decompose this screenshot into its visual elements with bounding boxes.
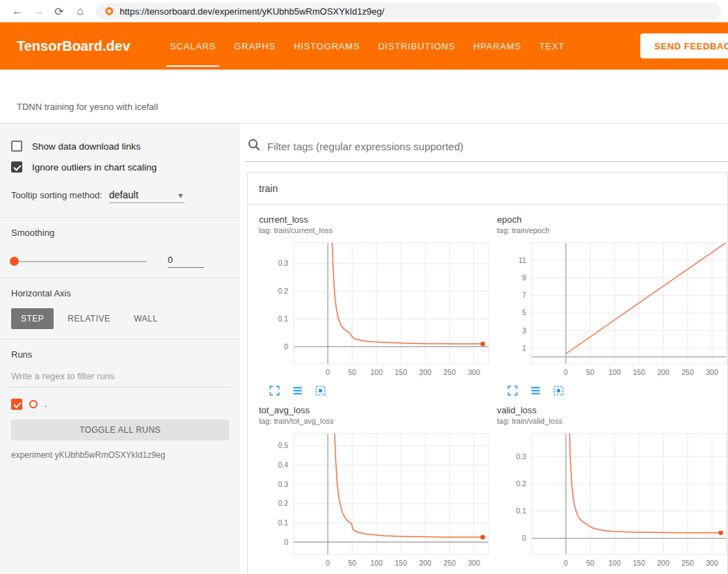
svg-text:0.3: 0.3 [278, 480, 288, 488]
fit-domain-icon[interactable] [315, 385, 326, 397]
svg-text:0.2: 0.2 [278, 287, 288, 295]
svg-text:300: 300 [468, 559, 480, 567]
data-table-icon[interactable] [530, 385, 541, 397]
tooltip-sorting-label: Tooltip sorting method: [11, 190, 102, 200]
run-row: . [11, 399, 229, 410]
ignore-outliers-row: Ignore outliers in chart scaling [11, 161, 229, 173]
svg-text:1: 1 [522, 344, 526, 352]
run-checkbox[interactable] [11, 399, 22, 410]
svg-text:200: 200 [419, 368, 432, 376]
smoothing-value-input[interactable]: 0 [168, 255, 204, 268]
chart-subtitle: tag: train/tot_avg_loss [259, 417, 496, 425]
runs-filter-input[interactable] [11, 371, 229, 388]
svg-text:50: 50 [348, 368, 356, 376]
smoothing-slider-thumb[interactable] [10, 257, 19, 266]
tab-graphs[interactable]: GRAPHS [225, 22, 285, 70]
ignore-outliers-label: Ignore outliers in chart scaling [32, 162, 157, 173]
horizontal-axis-label: Horizontal Axis [11, 288, 229, 298]
expand-chart-icon[interactable] [507, 385, 519, 397]
svg-text:300: 300 [468, 368, 480, 376]
chart-plot-epoch[interactable]: 0501001502002503001357911 [497, 239, 728, 382]
chart-subtitle: tag: train/epoch [497, 226, 728, 234]
svg-text:150: 150 [395, 559, 407, 567]
divider [0, 339, 240, 340]
tab-scalars[interactable]: SCALARS [161, 22, 225, 70]
fit-domain-icon[interactable] [553, 385, 564, 397]
tooltip-sorting-value: default [109, 189, 139, 200]
chevron-down-icon: ▼ [177, 191, 184, 200]
svg-text:250: 250 [681, 368, 694, 376]
expand-chart-icon[interactable] [269, 385, 280, 397]
svg-text:100: 100 [608, 368, 621, 376]
svg-text:0.3: 0.3 [516, 452, 526, 461]
chart-plot-tot-avg-loss[interactable]: 05010015020025030000.10.20.30.40.5 [259, 429, 493, 573]
chart-title: current_loss [259, 214, 496, 225]
smoothing-slider[interactable] [11, 261, 147, 262]
chart-toolbar [259, 385, 496, 397]
chart-subtitle: tag: train/valid_loss [497, 417, 728, 425]
tooltip-sorting-select[interactable]: default ▼ [109, 189, 184, 203]
section-title: train [259, 183, 278, 194]
svg-text:0.2: 0.2 [516, 479, 526, 488]
toggle-all-runs-button[interactable]: TOGGLE ALL RUNS [11, 420, 229, 440]
address-bar[interactable]: https://tensorboard.dev/experiment/yKUbh… [96, 3, 721, 19]
runs-label: Runs [11, 349, 229, 360]
home-icon[interactable]: ⌂ [70, 5, 90, 17]
svg-text:100: 100 [608, 559, 621, 567]
svg-text:9: 9 [522, 273, 526, 282]
svg-text:200: 200 [419, 559, 432, 567]
main-content: train current_loss tag: train/current_lo… [240, 124, 728, 574]
search-icon [247, 138, 261, 154]
brand: TensorBoard.dev [17, 38, 130, 54]
svg-text:5: 5 [522, 308, 526, 317]
svg-text:0.1: 0.1 [516, 507, 526, 515]
subheader: TDNN training for yesno with icefall [0, 70, 728, 124]
chart-tot-avg-loss: tot_avg_loss tag: train/tot_avg_loss 050… [259, 405, 496, 574]
ignore-outliers-checkbox[interactable] [11, 161, 22, 173]
axis-button-wall[interactable]: WALL [124, 308, 167, 329]
svg-text:250: 250 [443, 368, 456, 376]
data-table-icon[interactable] [292, 385, 303, 397]
axis-button-step[interactable]: STEP [11, 308, 54, 329]
svg-text:150: 150 [633, 368, 645, 376]
sidebar: Show data download links Ignore outliers… [0, 124, 240, 574]
tag-filter-input[interactable] [267, 141, 728, 152]
svg-text:250: 250 [681, 559, 694, 567]
chart-title: tot_avg_loss [259, 405, 496, 415]
svg-text:11: 11 [519, 256, 526, 264]
svg-text:0.1: 0.1 [278, 314, 288, 323]
svg-text:300: 300 [706, 368, 718, 376]
experiment-name: experiment yKUbhb5wRmOSXYkId1z9eg [11, 450, 229, 460]
chart-plot-current-loss[interactable]: 05010015020025030000.10.20.3 [259, 239, 493, 382]
forward-icon[interactable]: → [28, 5, 49, 17]
back-icon[interactable]: ← [7, 5, 28, 17]
run-color-swatch [29, 400, 38, 408]
chart-toolbar [497, 385, 728, 397]
svg-text:3: 3 [522, 326, 526, 335]
svg-text:100: 100 [370, 559, 383, 567]
train-section-card: train current_loss tag: train/current_lo… [247, 172, 728, 574]
svg-text:50: 50 [586, 368, 594, 376]
site-favicon [104, 6, 114, 16]
svg-text:0: 0 [326, 559, 330, 567]
refresh-icon[interactable]: ⟳ [49, 5, 70, 18]
chart-plot-valid-loss[interactable]: 05010015020025030000.10.20.3 [497, 429, 728, 573]
tab-distributions[interactable]: DISTRIBUTIONS [369, 22, 464, 70]
show-download-links-checkbox[interactable] [11, 141, 22, 152]
axis-button-relative[interactable]: RELATIVE [58, 308, 120, 329]
svg-text:0.4: 0.4 [278, 461, 288, 469]
send-feedback-button[interactable]: SEND FEEDBACK [640, 33, 728, 58]
tab-text[interactable]: TEXT [530, 22, 573, 70]
svg-text:100: 100 [370, 368, 383, 376]
nav-tabs: SCALARS GRAPHS HISTOGRAMS DISTRIBUTIONS … [161, 22, 573, 70]
svg-text:150: 150 [395, 368, 407, 376]
tab-hparams[interactable]: HPARAMS [464, 22, 530, 70]
svg-text:0.1: 0.1 [278, 518, 288, 527]
tab-histograms[interactable]: HISTOGRAMS [285, 22, 369, 70]
section-header[interactable]: train [248, 173, 727, 205]
chart-epoch: epoch tag: train/epoch 05010015020025030… [497, 214, 728, 397]
svg-text:150: 150 [633, 559, 645, 567]
svg-text:300: 300 [706, 559, 718, 567]
chart-current-loss: current_loss tag: train/current_loss 050… [259, 214, 496, 397]
svg-text:0.5: 0.5 [278, 441, 288, 449]
